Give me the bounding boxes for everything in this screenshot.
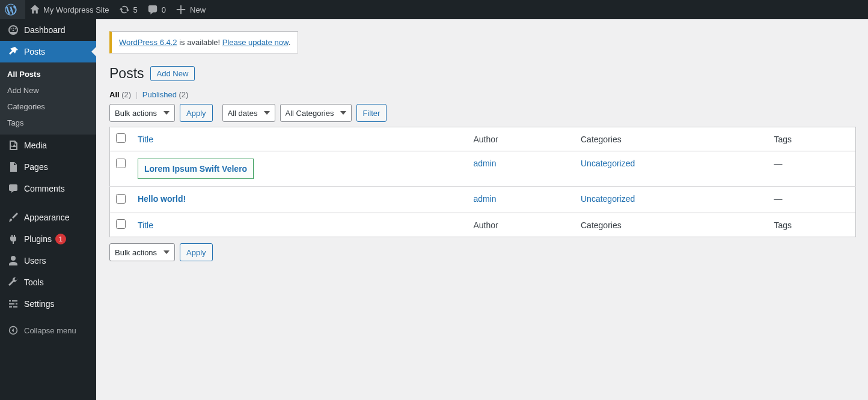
posts-submenu: All Posts Add New Categories Tags	[0, 62, 96, 135]
wp-logo[interactable]	[0, 0, 25, 19]
tags-cell: —	[768, 151, 856, 187]
menu-posts[interactable]: Posts	[0, 41, 96, 62]
update-notice: WordPress 6.4.2 is available! Please upd…	[109, 31, 298, 53]
user-icon	[7, 255, 19, 267]
bulk-actions-select[interactable]: Bulk actions	[109, 104, 175, 122]
plugins-update-badge: 1	[55, 234, 66, 244]
category-link[interactable]: Uncategorized	[581, 194, 635, 204]
plus-icon	[176, 4, 186, 15]
updates-count: 5	[133, 5, 138, 14]
col-title-footer[interactable]: Title	[132, 213, 467, 237]
menu-label: Comments	[24, 184, 65, 193]
main-content: WordPress 6.4.2 is available! Please upd…	[96, 19, 868, 278]
menu-pages[interactable]: Pages	[0, 156, 96, 178]
apply-button[interactable]: Apply	[180, 104, 213, 122]
submenu-add-new[interactable]: Add New	[0, 82, 96, 98]
select-all-checkbox[interactable]	[116, 133, 126, 143]
pin-icon	[7, 46, 19, 58]
wrench-icon	[7, 276, 19, 278]
menu-plugins[interactable]: Plugins 1	[0, 228, 96, 250]
menu-appearance[interactable]: Appearance	[0, 207, 96, 228]
admin-toolbar: My Wordpress Site 5 0 New	[0, 0, 868, 19]
post-title-link[interactable]: Lorem Ipsum Swift Velero	[144, 164, 247, 174]
updates-icon	[119, 4, 130, 15]
update-now-link[interactable]: Please update now	[222, 38, 289, 47]
submenu-all-posts[interactable]: All Posts	[0, 66, 96, 82]
menu-label: Pages	[24, 162, 48, 172]
comments-icon	[147, 4, 158, 15]
menu-tools[interactable]: Tools	[0, 271, 96, 278]
col-categories: Categories	[575, 127, 768, 151]
comment-icon	[7, 183, 19, 195]
page-title: Posts	[109, 65, 144, 82]
home-icon	[30, 5, 40, 14]
menu-label: Users	[24, 256, 46, 265]
row-checkbox[interactable]	[116, 194, 126, 204]
col-title[interactable]: Title	[132, 127, 467, 151]
author-link[interactable]: admin	[473, 159, 496, 168]
add-new-button[interactable]: Add New	[150, 66, 195, 81]
plug-icon	[7, 233, 19, 245]
notice-text: is available!	[177, 38, 222, 47]
menu-label: Posts	[24, 47, 45, 56]
categories-select[interactable]: All Categories	[280, 104, 352, 122]
menu-label: Appearance	[24, 213, 70, 222]
updates-link[interactable]: 5	[114, 0, 142, 19]
submenu-categories[interactable]: Categories	[0, 98, 96, 115]
pages-icon	[7, 161, 19, 173]
page-header: Posts Add New	[109, 65, 856, 82]
col-tags: Tags	[768, 127, 856, 151]
new-content-link[interactable]: New	[171, 0, 210, 19]
comments-count: 0	[162, 5, 166, 14]
brush-icon	[7, 211, 19, 223]
tablenav-bottom: Bulk actions Apply	[109, 243, 856, 261]
view-filters: All (2) | Published (2)	[109, 90, 856, 99]
category-link[interactable]: Uncategorized	[581, 159, 635, 168]
col-categories-footer: Categories	[575, 213, 768, 237]
select-all-checkbox-footer[interactable]	[116, 219, 126, 229]
media-icon	[7, 139, 19, 151]
view-all[interactable]: All (2)	[109, 90, 131, 99]
menu-label: Tools	[24, 277, 44, 278]
bulk-actions-select-bottom[interactable]: Bulk actions	[109, 243, 175, 261]
row-checkbox[interactable]	[116, 159, 126, 168]
filter-button[interactable]: Filter	[356, 104, 387, 122]
table-row: Lorem Ipsum Swift Velero admin Uncategor…	[110, 151, 856, 187]
submenu-tags[interactable]: Tags	[0, 115, 96, 131]
view-published[interactable]: Published	[142, 90, 177, 99]
menu-media[interactable]: Media	[0, 135, 96, 156]
site-name-text: My Wordpress Site	[43, 5, 109, 14]
col-author-footer: Author	[467, 213, 575, 237]
posts-table: Title Author Categories Tags Lorem Ipsum…	[109, 127, 856, 237]
wordpress-icon	[5, 4, 17, 16]
menu-label: Media	[24, 141, 47, 150]
tablenav-top: Bulk actions Apply All dates All Categor…	[109, 104, 856, 122]
post-title-link[interactable]: Hello world!	[138, 194, 186, 204]
site-name-link[interactable]: My Wordpress Site	[25, 0, 114, 19]
menu-comments[interactable]: Comments	[0, 178, 96, 199]
table-row: Hello world! admin Uncategorized —	[110, 187, 856, 213]
menu-dashboard[interactable]: Dashboard	[0, 19, 96, 41]
tags-cell: —	[768, 187, 856, 213]
new-label: New	[190, 5, 206, 14]
author-link[interactable]: admin	[473, 194, 496, 204]
comments-link[interactable]: 0	[142, 0, 171, 19]
admin-sidebar: Dashboard Posts All Posts Add New Catego…	[0, 19, 96, 278]
menu-label: Dashboard	[24, 25, 66, 35]
menu-label: Plugins	[24, 234, 52, 244]
menu-users[interactable]: Users	[0, 250, 96, 271]
col-tags-footer: Tags	[768, 213, 856, 237]
wp-version-link[interactable]: WordPress 6.4.2	[119, 38, 177, 47]
apply-button-bottom[interactable]: Apply	[180, 243, 213, 261]
dashboard-icon	[7, 24, 19, 36]
col-author: Author	[467, 127, 575, 151]
dates-select[interactable]: All dates	[222, 104, 275, 122]
